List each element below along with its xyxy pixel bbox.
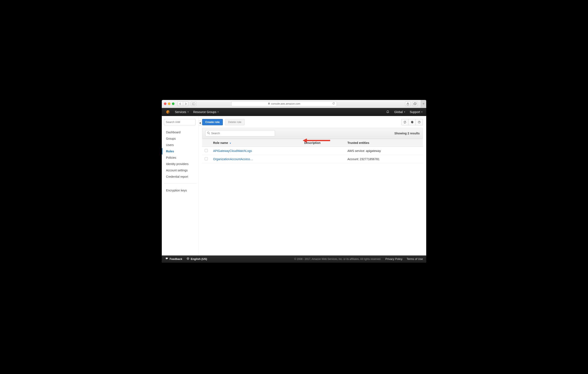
sidebar-item-groups[interactable]: Groups bbox=[164, 135, 199, 142]
col-role-name-label: Role name bbox=[213, 141, 228, 145]
col-trusted-entities[interactable]: Trusted entities bbox=[345, 139, 423, 147]
sidebar-item-encryption-keys[interactable]: Encryption keys bbox=[164, 187, 199, 193]
browser-toolbar: console.aws.amazon.com + bbox=[162, 100, 426, 108]
tabs-button[interactable] bbox=[412, 101, 418, 106]
sidebar-item-credential-report[interactable]: Credential report bbox=[164, 173, 199, 180]
svg-point-10 bbox=[419, 123, 419, 123]
sidebar-item-users[interactable]: Users bbox=[164, 142, 199, 148]
nav-back-forward bbox=[178, 101, 189, 106]
search-iam-input[interactable] bbox=[164, 119, 196, 125]
caret-down-icon: ▾ bbox=[218, 111, 219, 113]
browser-right-controls bbox=[405, 101, 418, 106]
sidebar-item-identity-providers[interactable]: Identity providers bbox=[164, 161, 199, 167]
col-role-name[interactable]: Role name ▾ bbox=[210, 139, 302, 147]
page-body: Dashboard Groups Users Roles Policies Id… bbox=[162, 116, 426, 256]
search-roles-box[interactable] bbox=[205, 130, 275, 137]
sort-indicator-icon: ▾ bbox=[230, 142, 231, 144]
aws-logo-icon[interactable] bbox=[166, 110, 170, 114]
search-panel: Showing 2 results bbox=[202, 128, 423, 139]
row-checkbox[interactable] bbox=[205, 157, 208, 160]
privacy-link[interactable]: Privacy Policy bbox=[386, 257, 403, 261]
feedback-label: Feedback bbox=[170, 257, 182, 261]
settings-button[interactable] bbox=[409, 119, 416, 125]
resource-groups-label: Resource Groups bbox=[193, 110, 217, 114]
create-role-button[interactable]: Create role bbox=[202, 119, 223, 125]
language-label: English (US) bbox=[191, 257, 207, 261]
address-bar[interactable]: console.aws.amazon.com bbox=[231, 101, 337, 106]
notifications-icon[interactable] bbox=[386, 110, 389, 114]
role-trusted: AWS service: apigateway bbox=[345, 147, 423, 155]
roles-table: Role name ▾ Description Trusted entities… bbox=[202, 139, 423, 163]
svg-rect-5 bbox=[414, 103, 416, 104]
search-roles-input[interactable] bbox=[211, 132, 273, 135]
services-menu[interactable]: Services ▾ bbox=[175, 110, 189, 114]
close-window-button[interactable] bbox=[164, 103, 167, 105]
col-checkbox bbox=[202, 139, 210, 147]
search-icon bbox=[207, 132, 210, 135]
svg-point-11 bbox=[207, 132, 209, 134]
role-description bbox=[302, 147, 345, 155]
region-label: Global bbox=[394, 110, 403, 114]
sidebar-item-roles[interactable]: Roles bbox=[162, 148, 199, 154]
table-row: OrganizationAccountAccess… Account: 2327… bbox=[202, 155, 423, 163]
support-menu[interactable]: Support ▾ bbox=[410, 110, 422, 114]
sidebar: Dashboard Groups Users Roles Policies Id… bbox=[162, 116, 199, 256]
support-label: Support bbox=[410, 110, 420, 114]
caret-down-icon: ▾ bbox=[188, 111, 189, 113]
svg-rect-0 bbox=[192, 103, 195, 105]
main-content: Create role Delete role bbox=[199, 116, 426, 256]
maximize-window-button[interactable] bbox=[172, 103, 174, 105]
sidebar-separator bbox=[164, 183, 196, 183]
back-button[interactable] bbox=[178, 101, 183, 106]
globe-icon bbox=[187, 257, 189, 261]
role-trusted: Account: 232771856781 bbox=[345, 155, 423, 163]
feedback-link[interactable]: Feedback bbox=[165, 257, 182, 261]
action-bar: Create role Delete role bbox=[202, 119, 423, 125]
speech-bubble-icon bbox=[165, 257, 168, 261]
help-button[interactable] bbox=[416, 119, 423, 125]
svg-rect-4 bbox=[414, 103, 416, 105]
sidebar-item-dashboard[interactable]: Dashboard bbox=[164, 129, 199, 135]
results-count: Showing 2 results bbox=[394, 132, 420, 135]
lock-icon bbox=[268, 102, 270, 105]
terms-link[interactable]: Terms of Use bbox=[407, 257, 423, 261]
role-description bbox=[302, 155, 345, 163]
services-label: Services bbox=[175, 110, 186, 114]
refresh-button[interactable] bbox=[401, 119, 409, 125]
forward-button[interactable] bbox=[183, 101, 189, 106]
new-tab-button[interactable]: + bbox=[421, 100, 426, 108]
share-button[interactable] bbox=[405, 101, 410, 106]
row-checkbox[interactable] bbox=[205, 149, 208, 152]
aws-footer: Feedback English (US) © 2008 - 2017, Ama… bbox=[162, 256, 426, 263]
sidebar-toggle-button[interactable] bbox=[191, 101, 196, 106]
sidebar-item-account-settings[interactable]: Account settings bbox=[164, 167, 199, 173]
action-right-icons bbox=[401, 119, 423, 125]
sidebar-secondary: Encryption keys bbox=[164, 187, 199, 193]
address-url: console.aws.amazon.com bbox=[271, 102, 300, 105]
role-link[interactable]: APIGatewayCloudWatchLogs bbox=[213, 149, 252, 153]
svg-line-12 bbox=[209, 133, 210, 134]
caret-down-icon: ▾ bbox=[404, 111, 405, 113]
minimize-window-button[interactable] bbox=[168, 103, 170, 105]
resource-groups-menu[interactable]: Resource Groups ▾ bbox=[193, 110, 219, 114]
window-controls bbox=[164, 103, 174, 105]
aws-top-nav: Services ▾ Resource Groups ▾ Global ▾ Su… bbox=[162, 108, 426, 116]
delete-role-button[interactable]: Delete role bbox=[225, 119, 245, 125]
copyright-text: © 2008 - 2017, Amazon Web Services, Inc.… bbox=[294, 257, 381, 261]
region-menu[interactable]: Global ▾ bbox=[394, 110, 405, 114]
sidebar-nav: Dashboard Groups Users Roles Policies Id… bbox=[164, 129, 199, 180]
table-row: APIGatewayCloudWatchLogs AWS service: ap… bbox=[202, 147, 423, 155]
col-description[interactable]: Description bbox=[302, 139, 345, 147]
sidebar-item-policies[interactable]: Policies bbox=[164, 154, 199, 161]
language-selector[interactable]: English (US) bbox=[187, 257, 207, 261]
reload-icon[interactable] bbox=[332, 102, 335, 106]
browser-window: console.aws.amazon.com + bbox=[162, 100, 426, 263]
role-link[interactable]: OrganizationAccountAccess… bbox=[213, 157, 253, 161]
caret-down-icon: ▾ bbox=[421, 111, 422, 113]
svg-rect-2 bbox=[268, 103, 270, 104]
